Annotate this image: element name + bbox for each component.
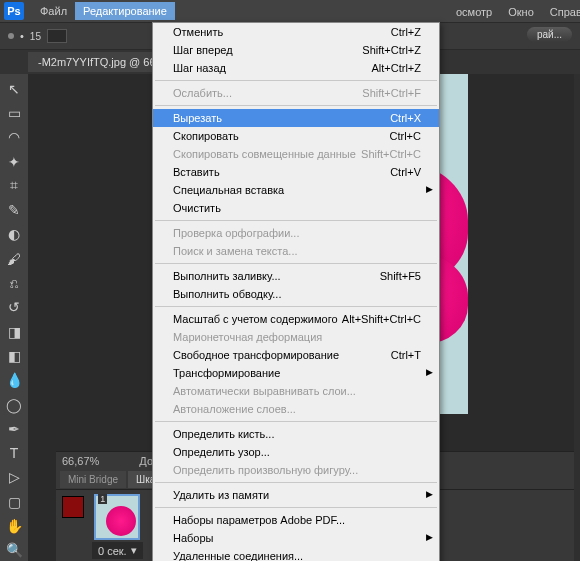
type-tool-icon[interactable]: T [3, 442, 25, 463]
lasso-tool-icon[interactable]: ◠ [3, 127, 25, 148]
menu-item[interactable]: Свободное трансформированиеCtrl+T [153, 346, 439, 364]
frame-number: 1 [98, 494, 107, 504]
brush-tool-icon[interactable]: 🖌 [3, 248, 25, 269]
menu-view[interactable]: осмотр [448, 3, 500, 21]
zoom-level[interactable]: 66,67% [62, 455, 99, 467]
menu-item[interactable]: Наборы▶ [153, 529, 439, 547]
menu-item[interactable]: Шаг впередShift+Ctrl+Z [153, 41, 439, 59]
dodge-tool-icon[interactable]: ◯ [3, 394, 25, 415]
menu-item[interactable]: Очистить [153, 199, 439, 217]
toolbar-right: рай... [527, 28, 572, 40]
app-icon: Ps [4, 2, 24, 20]
menu-item[interactable]: Выполнить обводку... [153, 285, 439, 303]
blur-tool-icon[interactable]: 💧 [3, 370, 25, 391]
menu-item[interactable]: Удалить из памяти▶ [153, 486, 439, 504]
menu-item[interactable]: Трансформирование▶ [153, 364, 439, 382]
menu-item[interactable]: Специальная вставка▶ [153, 181, 439, 199]
menu-item: Марионеточная деформация [153, 328, 439, 346]
heal-tool-icon[interactable]: ◐ [3, 224, 25, 245]
submenu-arrow-icon: ▶ [426, 489, 433, 499]
submenu-arrow-icon: ▶ [426, 532, 433, 542]
zoom-tool-icon[interactable]: 🔍 [3, 540, 25, 561]
menu-item[interactable]: ВырезатьCtrl+X [153, 109, 439, 127]
tools-panel: ↖ ▭ ◠ ✦ ⌗ ✎ ◐ 🖌 ⎌ ↺ ◨ ◧ 💧 ◯ ✒ T ▷ ▢ ✋ 🔍 [0, 74, 28, 561]
menu-item[interactable]: Удаленные соединения... [153, 547, 439, 561]
menu-item[interactable]: Наборы параметров Adobe PDF... [153, 511, 439, 529]
menu-item: Определить произвольную фигуру... [153, 461, 439, 479]
eyedropper-tool-icon[interactable]: ✎ [3, 199, 25, 220]
history-brush-icon[interactable]: ↺ [3, 297, 25, 318]
menu-item[interactable]: ОтменитьCtrl+Z [153, 23, 439, 41]
menu-item[interactable]: ВставитьCtrl+V [153, 163, 439, 181]
brush-size[interactable]: 15 [30, 31, 41, 42]
brush-preview-icon[interactable] [8, 33, 14, 39]
menubar-right: осмотр Окно Справка [448, 3, 580, 21]
menu-item[interactable]: Определить узор... [153, 443, 439, 461]
tab-mini-bridge[interactable]: Mini Bridge [60, 471, 126, 488]
path-tool-icon[interactable]: ▷ [3, 467, 25, 488]
move-tool-icon[interactable]: ↖ [3, 78, 25, 99]
menu-item: Скопировать совмещенные данныеShift+Ctrl… [153, 145, 439, 163]
menu-item[interactable]: Выполнить заливку...Shift+F5 [153, 267, 439, 285]
menu-item: Проверка орфографии... [153, 224, 439, 242]
edit-menu-dropdown: ОтменитьCtrl+ZШаг впередShift+Ctrl+ZШаг … [152, 22, 440, 561]
menu-help[interactable]: Справка [542, 3, 580, 21]
menu-item: Автоматически выравнивать слои... [153, 382, 439, 400]
brush-size-dot: • [20, 30, 24, 42]
foreground-swatch[interactable] [62, 496, 84, 518]
pen-tool-icon[interactable]: ✒ [3, 418, 25, 439]
right-dock[interactable] [574, 74, 580, 561]
stamp-tool-icon[interactable]: ⎌ [3, 272, 25, 293]
menu-window[interactable]: Окно [500, 3, 542, 21]
submenu-arrow-icon: ▶ [426, 184, 433, 194]
toolbar-button[interactable]: рай... [527, 27, 572, 42]
submenu-arrow-icon: ▶ [426, 367, 433, 377]
menu-item[interactable]: Шаг назадAlt+Ctrl+Z [153, 59, 439, 77]
menu-item[interactable]: СкопироватьCtrl+C [153, 127, 439, 145]
shape-tool-icon[interactable]: ▢ [3, 491, 25, 512]
hand-tool-icon[interactable]: ✋ [3, 515, 25, 536]
frame-thumbnail[interactable]: 1 [94, 494, 140, 540]
menu-item: Ослабить...Shift+Ctrl+F [153, 84, 439, 102]
menu-edit[interactable]: Редактирование [75, 2, 175, 20]
menu-item: Автоналожение слоев... [153, 400, 439, 418]
menu-item[interactable]: Определить кисть... [153, 425, 439, 443]
menu-item: Поиск и замена текста... [153, 242, 439, 260]
mode-swatch[interactable] [47, 29, 67, 43]
gradient-tool-icon[interactable]: ◧ [3, 345, 25, 366]
chevron-down-icon: ▾ [131, 544, 137, 557]
menu-file[interactable]: Файл [32, 2, 75, 20]
frame-duration[interactable]: 0 сек.▾ [92, 542, 143, 559]
eraser-tool-icon[interactable]: ◨ [3, 321, 25, 342]
wand-tool-icon[interactable]: ✦ [3, 151, 25, 172]
menu-item[interactable]: Масштаб с учетом содержимогоAlt+Shift+Ct… [153, 310, 439, 328]
marquee-tool-icon[interactable]: ▭ [3, 102, 25, 123]
crop-tool-icon[interactable]: ⌗ [3, 175, 25, 196]
